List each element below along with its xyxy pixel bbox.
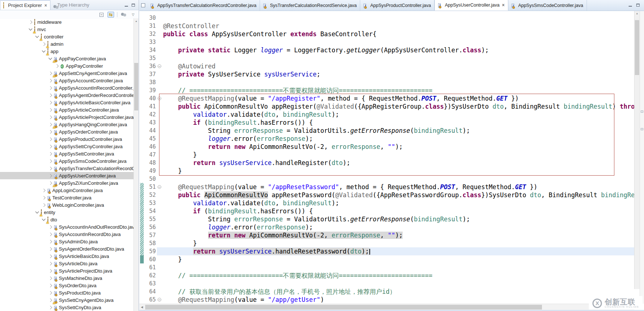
collapse-all-icon[interactable] [98, 12, 105, 18]
scrollbar-thumb[interactable] [145, 305, 542, 310]
code-text[interactable]: @Autowired [163, 62, 634, 70]
customize-view-icon[interactable] [120, 12, 127, 18]
code-text[interactable] [163, 38, 634, 46]
tree-item[interactable]: JSysAdminDto.java [0, 238, 133, 245]
code-text[interactable] [163, 175, 634, 183]
tree-item[interactable]: JAppSysArticleProjectController.java [0, 113, 133, 121]
chevron-right-icon[interactable] [42, 42, 46, 46]
line-number[interactable]: 65 [144, 296, 157, 304]
close-icon[interactable]: × [502, 3, 505, 8]
line-number[interactable]: 51 [144, 183, 157, 191]
line-number[interactable]: 45 [144, 135, 157, 143]
chevron-right-icon[interactable] [49, 145, 52, 148]
view-menu-icon[interactable]: ▽ [130, 12, 136, 18]
fold-gutter[interactable] [157, 46, 163, 54]
tree-item[interactable]: JAppSysArticleController.java [0, 106, 133, 113]
code-text[interactable]: @RestController [163, 22, 634, 30]
line-number[interactable]: 61 [144, 263, 157, 271]
line-number[interactable]: 42 [144, 110, 157, 119]
editor-hscrollbar[interactable]: ◀ [139, 304, 634, 310]
fold-gutter[interactable] [157, 280, 163, 288]
code-line[interactable]: 42 validator.validate(dto, bindingResult… [139, 110, 634, 119]
tree-item[interactable]: JAppPayController.java [0, 55, 133, 62]
chevron-right-icon[interactable] [49, 108, 52, 112]
code-line[interactable]: 39 // =========================不需要权限就能访问… [139, 86, 634, 94]
fold-gutter[interactable] [157, 127, 163, 135]
chevron-right-icon[interactable] [49, 174, 52, 177]
line-number[interactable]: 38 [144, 78, 157, 86]
fold-gutter[interactable] [157, 22, 163, 30]
code-text[interactable] [163, 54, 634, 62]
code-line[interactable]: 36− @Autowired [139, 62, 634, 70]
tree-item[interactable]: JSysArticleProjectDto.java [0, 267, 133, 274]
line-number[interactable]: 31 [144, 22, 157, 30]
code-line[interactable]: 43 if (bindingResult.hasErrors()) { [139, 119, 634, 127]
tree-item[interactable]: JAppSysOrderController.java [0, 128, 133, 135]
fold-gutter[interactable] [157, 70, 163, 78]
line-number[interactable]: 39 [144, 86, 157, 94]
line-number[interactable]: 33 [144, 38, 157, 46]
code-text[interactable] [163, 14, 634, 22]
chevron-right-icon[interactable] [49, 254, 52, 258]
tree-item[interactable]: JAppSysSmsCodeController.java [0, 157, 133, 165]
code-text[interactable]: // =========================不需要权限就能访问===… [163, 86, 634, 94]
line-number[interactable]: 50 [144, 175, 157, 183]
line-number[interactable]: 55 [144, 215, 157, 223]
chevron-right-icon[interactable] [49, 181, 52, 185]
code-text[interactable]: if (bindingResult.hasErrors()) { [163, 119, 634, 127]
maximize-icon[interactable] [132, 4, 135, 7]
chevron-right-icon[interactable] [49, 232, 52, 236]
tree-item[interactable]: JSysMachineDto.java [0, 274, 133, 282]
fold-gutter[interactable] [157, 38, 163, 46]
code-line[interactable]: 55 String errorResponse = ValidatorUtils… [139, 215, 634, 223]
fold-gutter[interactable] [157, 159, 163, 167]
line-number[interactable]: 52 [144, 191, 157, 199]
tree-item[interactable]: JAppSysAgentOrderRecordController.java [0, 91, 133, 99]
tree-item[interactable]: JSysAccountInAndOutRecordDto.java [0, 223, 133, 231]
fold-gutter[interactable] [157, 86, 163, 94]
chevron-right-icon[interactable] [49, 306, 52, 309]
line-number[interactable]: 56 [144, 223, 157, 231]
chevron-right-icon[interactable] [49, 269, 52, 273]
line-number[interactable]: 58 [144, 239, 157, 247]
code-text[interactable]: if (bindingResult.hasErrors()) { [163, 207, 634, 215]
code-text[interactable]: String errorResponse = ValidatorUtils.ge… [163, 127, 634, 135]
tree-item[interactable]: app [0, 48, 133, 55]
chevron-right-icon[interactable] [49, 101, 52, 104]
code-line[interactable]: 33 [139, 38, 634, 46]
fold-gutter[interactable] [157, 215, 163, 223]
collapse-icon[interactable]: − [158, 97, 161, 100]
chevron-right-icon[interactable] [49, 115, 52, 119]
chevron-down-icon[interactable] [49, 56, 52, 60]
collapse-icon[interactable]: − [158, 64, 161, 68]
line-number[interactable]: 37 [144, 70, 157, 78]
fold-gutter[interactable] [157, 167, 163, 175]
chevron-right-icon[interactable] [49, 284, 52, 287]
chevron-right-icon[interactable] [49, 86, 52, 90]
fold-gutter[interactable] [157, 110, 163, 119]
code-line[interactable]: 32public class AppSysUserController exte… [139, 30, 634, 38]
line-number[interactable]: 49 [144, 167, 157, 175]
code-text[interactable]: logger.error(errorResponse); [163, 223, 634, 231]
tree-item[interactable]: JSysArticleDto.java [0, 260, 133, 267]
editor-vscrollbar[interactable]: ▲ [634, 11, 640, 289]
tree-item[interactable]: JWebLoginController.java [0, 201, 133, 209]
line-number[interactable]: 30 [144, 14, 157, 22]
tree-item[interactable]: JSysArticleBasicDto.java [0, 252, 133, 260]
code-line[interactable]: 30 [139, 14, 634, 22]
fold-gutter[interactable] [157, 247, 163, 255]
tree-item[interactable]: middleware [0, 18, 133, 26]
line-number[interactable]: 62 [144, 271, 157, 280]
code-line[interactable]: 65− @RequestMapping(value = "/app/getUse… [139, 296, 634, 304]
fold-gutter[interactable] [157, 30, 163, 38]
link-with-editor-icon[interactable]: ⇆ [108, 12, 114, 18]
chevron-right-icon[interactable] [49, 276, 52, 280]
fold-gutter[interactable] [157, 151, 163, 159]
code-text[interactable]: String errorResponse = ValidatorUtils.ge… [163, 215, 634, 223]
code-editor[interactable]: 3031@RestController32public class AppSys… [139, 11, 644, 304]
code-line[interactable]: 38 [139, 78, 634, 86]
tree-item[interactable]: JAppSysSettController.java [0, 150, 133, 157]
line-number[interactable]: 34 [144, 46, 157, 54]
code-line[interactable]: 50 [139, 175, 634, 183]
close-icon[interactable]: × [44, 3, 47, 8]
